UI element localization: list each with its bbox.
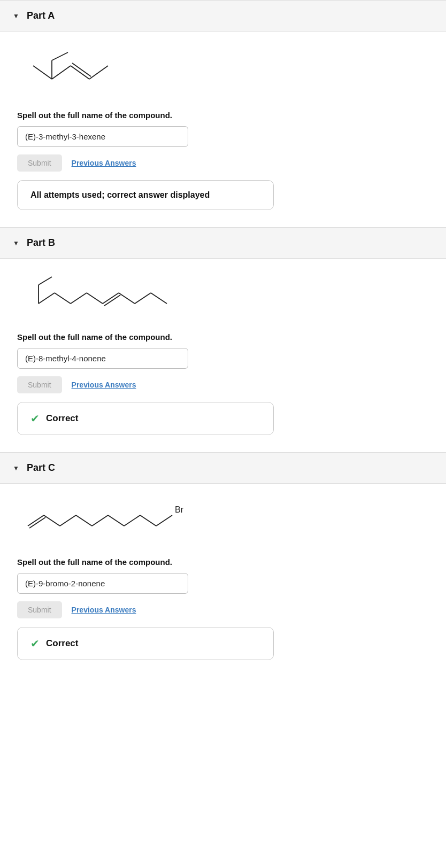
svg-line-11 [71, 293, 87, 304]
molecule-b-svg [17, 272, 183, 320]
part-a-result-box: All attempts used; correct answer displa… [17, 180, 274, 210]
part-c-header: ▼ Part C [0, 453, 446, 484]
part-a-action-row: Submit Previous Answers [17, 154, 429, 172]
part-a-submit-button[interactable]: Submit [17, 154, 62, 172]
part-b-answer-input[interactable] [17, 348, 188, 369]
part-c-result-text: Correct [46, 638, 78, 649]
part-c-prev-answers-link[interactable]: Previous Answers [72, 606, 136, 614]
svg-line-3 [72, 63, 91, 76]
part-c-submit-button[interactable]: Submit [17, 601, 62, 618]
svg-line-9 [39, 293, 55, 304]
svg-line-10 [55, 293, 71, 304]
molecule-c-svg: Br [17, 497, 215, 545]
part-c-answer-input[interactable] [17, 573, 188, 594]
chevron-down-icon: ▼ [13, 12, 19, 20]
part-a-prev-answers-link[interactable]: Previous Answers [72, 159, 136, 167]
part-a-question: Spell out the full name of the compound. [17, 111, 429, 120]
part-a-answer-input[interactable] [17, 126, 188, 147]
part-b-question: Spell out the full name of the compound. [17, 332, 429, 342]
svg-line-8 [39, 277, 52, 285]
part-a-body: Spell out the full name of the compound.… [0, 32, 446, 227]
part-b-prev-answers-link[interactable]: Previous Answers [72, 381, 136, 389]
part-a-section: ▼ Part A Spell out the full name of the … [0, 0, 446, 227]
molecule-c: Br [17, 497, 429, 547]
svg-line-26 [140, 515, 156, 526]
svg-line-17 [151, 293, 167, 304]
svg-line-16 [135, 293, 151, 304]
svg-line-1 [52, 66, 71, 79]
part-b-result-text: Correct [46, 413, 78, 424]
svg-line-23 [92, 515, 108, 526]
svg-text:Br: Br [175, 505, 184, 514]
checkmark-icon-c: ✔ [30, 637, 40, 650]
svg-line-22 [76, 515, 92, 526]
svg-line-15 [119, 293, 135, 304]
part-a-label: Part A [27, 10, 55, 21]
molecule-b [17, 272, 429, 322]
part-b-label: Part B [27, 237, 55, 249]
molecule-a-svg [17, 44, 124, 98]
part-a-result-text: All attempts used; correct answer displa… [30, 190, 210, 200]
svg-line-24 [108, 515, 124, 526]
chevron-down-icon-c: ▼ [13, 464, 19, 472]
part-c-label: Part C [27, 462, 55, 474]
part-a-header: ▼ Part A [0, 1, 446, 32]
part-c-body: Br Spell out the full name of the compou… [0, 484, 446, 677]
svg-line-25 [124, 515, 140, 526]
chevron-down-icon-b: ▼ [13, 239, 19, 247]
part-c-result-box: ✔ Correct [17, 627, 274, 660]
svg-line-2 [71, 66, 89, 79]
part-b-action-row: Submit Previous Answers [17, 376, 429, 393]
svg-line-0 [33, 66, 52, 79]
svg-line-21 [60, 515, 76, 526]
molecule-a [17, 44, 429, 100]
svg-line-20 [44, 515, 60, 526]
part-b-body: Spell out the full name of the compound.… [0, 259, 446, 452]
part-c-section: ▼ Part C Br Spell out the full name of t… [0, 452, 446, 677]
checkmark-icon-b: ✔ [30, 412, 40, 425]
part-b-submit-button[interactable]: Submit [17, 376, 62, 393]
part-b-result-box: ✔ Correct [17, 402, 274, 435]
svg-line-12 [87, 293, 103, 304]
part-c-action-row: Submit Previous Answers [17, 601, 429, 618]
svg-line-6 [52, 52, 68, 60]
svg-line-27 [156, 515, 172, 526]
svg-line-4 [89, 66, 108, 79]
part-c-question: Spell out the full name of the compound. [17, 557, 429, 567]
part-b-header: ▼ Part B [0, 228, 446, 259]
part-b-section: ▼ Part B Spell out the full nam [0, 227, 446, 452]
